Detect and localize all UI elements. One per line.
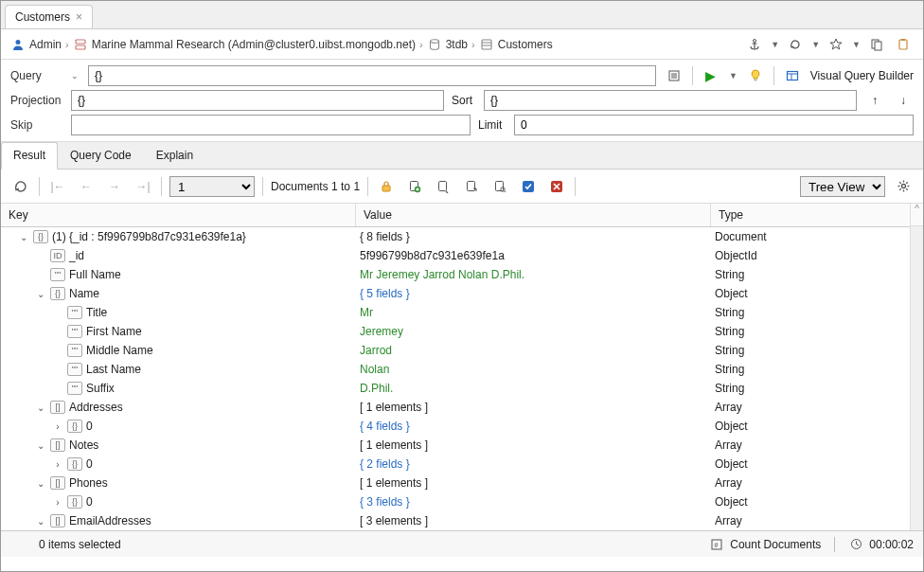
field-type: String: [711, 268, 910, 281]
dropdown-caret-icon[interactable]: ▼: [852, 40, 861, 49]
field-value[interactable]: D.Phil.: [356, 382, 711, 395]
view-document-icon[interactable]: [433, 176, 453, 197]
expander-icon[interactable]: ›: [52, 421, 63, 432]
expander-icon[interactable]: ⌄: [35, 440, 46, 451]
refresh-dropdown-icon[interactable]: [785, 34, 806, 55]
field-value[interactable]: Mr Jeremey Jarrod Nolan D.Phil.: [356, 268, 711, 281]
tree-row[interactable]: ⌄{}(1) {_id : 5f996799b8d7c931e639fe1a}{…: [1, 227, 910, 246]
query-options-icon[interactable]: [664, 65, 684, 86]
projection-input[interactable]: [71, 90, 444, 111]
dropdown-caret-icon[interactable]: ▼: [811, 40, 820, 49]
tree-row[interactable]: ›{}0{ 3 fields }Object: [1, 492, 910, 511]
dropdown-caret-icon[interactable]: ▼: [771, 40, 779, 49]
paste-icon[interactable]: [893, 34, 914, 55]
expander-icon[interactable]: ⌄: [18, 232, 29, 242]
breadcrumb-connection[interactable]: Marine Mammal Research (Admin@cluster0.u…: [92, 38, 416, 51]
field-value[interactable]: [ 1 elements ]: [356, 476, 711, 490]
col-header-key[interactable]: Key: [1, 204, 356, 226]
first-page-icon[interactable]: |←: [47, 176, 68, 197]
field-value[interactable]: { 2 fields }: [356, 457, 711, 471]
expander-icon[interactable]: ⌄: [35, 478, 46, 489]
tab-explain[interactable]: Explain: [144, 142, 205, 169]
tree-row[interactable]: ›{}0{ 2 fields }Object: [1, 455, 910, 474]
chevron-right-icon: ›: [419, 39, 423, 50]
field-value[interactable]: [ 1 elements ]: [356, 438, 711, 452]
field-value[interactable]: { 3 fields }: [356, 495, 711, 509]
copy-icon[interactable]: [866, 34, 887, 55]
tree-row[interactable]: ⌄{}Name{ 5 fields }Object: [1, 284, 910, 303]
tree-row[interactable]: ""SuffixD.Phil.String: [1, 379, 910, 398]
sort-input[interactable]: [484, 90, 857, 111]
sort-asc-icon[interactable]: ↑: [864, 90, 885, 111]
tree-row[interactable]: ID_id5f996799b8d7c931e639fe1aObjectId: [1, 246, 910, 265]
field-value[interactable]: Nolan: [356, 363, 711, 376]
tree-row[interactable]: ""TitleMrString: [1, 303, 910, 322]
field-value[interactable]: [ 3 elements ]: [356, 514, 711, 527]
tree-row[interactable]: ""First NameJeremeyString: [1, 322, 910, 341]
field-value[interactable]: [ 1 elements ]: [356, 401, 711, 414]
page-select[interactable]: 1: [169, 176, 255, 197]
validate-icon[interactable]: [518, 176, 539, 197]
tab-result[interactable]: Result: [1, 142, 58, 170]
expander-icon[interactable]: ⌄: [35, 516, 46, 527]
result-tree-body[interactable]: ⌄{}(1) {_id : 5f996799b8d7c931e639fe1a}{…: [1, 227, 910, 530]
skip-input[interactable]: [71, 115, 471, 135]
last-page-icon[interactable]: →|: [133, 176, 153, 197]
gear-icon[interactable]: [893, 176, 914, 197]
field-value[interactable]: { 4 fields }: [356, 420, 711, 433]
svg-rect-4: [482, 40, 491, 49]
hint-icon[interactable]: [745, 65, 766, 86]
col-header-value[interactable]: Value: [356, 204, 711, 226]
vqb-icon[interactable]: [782, 65, 803, 86]
export-document-icon[interactable]: [461, 176, 482, 197]
tree-row[interactable]: ⌄[]Notes[ 1 elements ]Array: [1, 436, 910, 455]
field-value[interactable]: 5f996799b8d7c931e639fe1a: [356, 249, 711, 262]
field-value[interactable]: Mr: [356, 306, 711, 319]
limit-input[interactable]: [514, 115, 914, 135]
tree-row[interactable]: ›{}0{ 4 fields }Object: [1, 417, 910, 436]
field-type: Object: [711, 457, 910, 471]
view-mode-select[interactable]: Tree View: [800, 176, 885, 197]
sort-desc-icon[interactable]: ↓: [893, 90, 914, 111]
vertical-scrollbar[interactable]: ^: [910, 204, 923, 530]
col-header-type[interactable]: Type: [711, 204, 910, 226]
lock-icon[interactable]: [376, 176, 397, 197]
expander-icon[interactable]: ⌄: [35, 289, 46, 299]
elapsed-time: 00:00:02: [848, 537, 914, 552]
close-icon[interactable]: ×: [76, 10, 82, 24]
breadcrumb-collection[interactable]: Customers: [498, 38, 553, 51]
svg-line-46: [906, 182, 907, 183]
field-value[interactable]: { 8 fields }: [356, 230, 711, 243]
next-page-icon[interactable]: →: [104, 176, 125, 197]
tree-row[interactable]: ""Full NameMr Jeremey Jarrod Nolan D.Phi…: [1, 265, 910, 284]
breadcrumb-user[interactable]: Admin: [29, 38, 62, 51]
svg-line-45: [899, 188, 900, 189]
favorite-icon[interactable]: [826, 34, 846, 55]
find-document-icon[interactable]: [489, 176, 510, 197]
add-document-icon[interactable]: [404, 176, 425, 197]
tab-customers[interactable]: Customers ×: [5, 5, 93, 28]
expander-icon[interactable]: ⌄: [35, 402, 46, 413]
anchor-icon[interactable]: [744, 34, 765, 55]
refresh-icon[interactable]: [10, 176, 31, 197]
tree-row[interactable]: ""Last NameNolanString: [1, 360, 910, 379]
expander-icon[interactable]: ›: [52, 497, 63, 508]
tree-row[interactable]: ⌄[]Phones[ 1 elements ]Array: [1, 474, 910, 492]
vqb-label[interactable]: Visual Query Builder: [810, 69, 914, 82]
tree-row[interactable]: ⌄[]EmailAddresses[ 3 elements ]Array: [1, 511, 910, 530]
count-documents-button[interactable]: # Count Documents: [709, 537, 821, 552]
query-history-dropdown[interactable]: ⌄: [71, 71, 80, 80]
field-value[interactable]: Jarrod: [356, 344, 711, 357]
run-dropdown-caret-icon[interactable]: ▼: [729, 71, 737, 80]
expander-icon[interactable]: ›: [52, 459, 63, 470]
field-value[interactable]: { 5 fields }: [356, 287, 711, 300]
delete-icon[interactable]: [546, 176, 567, 197]
tree-row[interactable]: ⌄[]Addresses[ 1 elements ]Array: [1, 398, 910, 417]
breadcrumb-database[interactable]: 3tdb: [446, 38, 468, 51]
prev-page-icon[interactable]: ←: [76, 176, 97, 197]
query-input[interactable]: [88, 65, 656, 86]
tab-query-code[interactable]: Query Code: [58, 142, 144, 169]
field-value[interactable]: Jeremey: [356, 325, 711, 338]
run-query-button[interactable]: ▶: [701, 65, 721, 86]
tree-row[interactable]: ""Middle NameJarrodString: [1, 341, 910, 360]
